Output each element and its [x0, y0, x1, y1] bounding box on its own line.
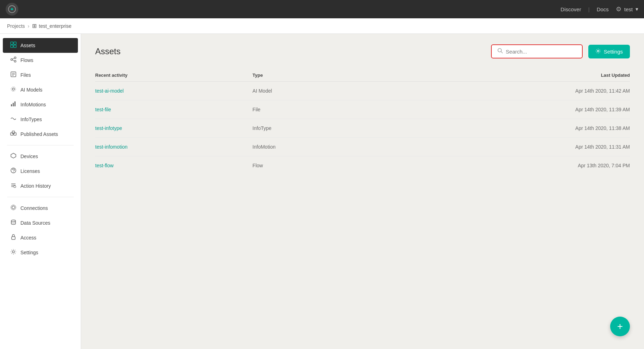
user-dropdown-icon: ▾	[636, 6, 638, 12]
search-icon	[497, 48, 503, 55]
breadcrumb-projects[interactable]: Projects	[7, 23, 25, 29]
svg-point-31	[11, 220, 16, 222]
svg-rect-16	[11, 104, 12, 106]
sidebar-label-files: Files	[20, 72, 31, 78]
user-name: test	[624, 6, 633, 12]
asset-name[interactable]: test-flow	[95, 156, 252, 175]
svg-point-30	[11, 205, 16, 210]
sidebar-item-connections[interactable]: Connections	[3, 201, 78, 216]
sidebar-item-action-history[interactable]: Action History	[3, 179, 78, 193]
user-menu[interactable]: ⚙ test ▾	[616, 5, 638, 13]
infomotions-icon	[10, 101, 17, 108]
asset-name[interactable]: test-file	[95, 100, 252, 119]
svg-rect-4	[14, 45, 16, 48]
svg-point-29	[12, 206, 15, 209]
sidebar-label-infomotions: InfoMotions	[20, 102, 46, 107]
breadcrumb-project-name[interactable]: test_enterprise	[39, 23, 72, 29]
svg-line-35	[501, 52, 502, 53]
sidebar-label-assets: Assets	[20, 43, 35, 48]
settings-sidebar-icon	[10, 249, 17, 256]
docs-link[interactable]: Docs	[597, 6, 609, 12]
assets-icon	[10, 42, 17, 49]
sidebar-label-licenses: Licenses	[20, 168, 40, 174]
sidebar-label-access: Access	[20, 235, 36, 241]
sidebar-label-action-history: Action History	[20, 183, 51, 189]
asset-type: AI Model	[252, 82, 364, 100]
asset-updated: Apr 14th 2020, 11:38 AM	[364, 119, 630, 138]
sidebar-label-published-assets: Published Assets	[20, 131, 58, 137]
settings-button-label: Settings	[604, 49, 623, 55]
table-row: test-flowFlowApr 13th 2020, 7:04 PM	[95, 156, 630, 175]
sidebar-item-published-assets[interactable]: Published Assets	[3, 127, 78, 142]
sidebar-item-infotypes[interactable]: InfoTypes	[3, 112, 78, 127]
sidebar-item-infomotions[interactable]: InfoMotions	[3, 97, 78, 112]
search-input[interactable]	[506, 49, 576, 55]
asset-updated: Apr 14th 2020, 11:31 AM	[364, 138, 630, 156]
asset-name[interactable]: test-ai-model	[95, 82, 252, 100]
ai-models-icon	[10, 86, 17, 94]
asset-type: Flow	[252, 156, 364, 175]
svg-point-24	[13, 172, 14, 173]
infotypes-icon	[10, 116, 17, 123]
sidebar-item-licenses[interactable]: Licenses	[3, 164, 78, 179]
svg-rect-32	[12, 237, 15, 239]
svg-rect-21	[12, 131, 15, 133]
licenses-icon	[10, 167, 17, 175]
asset-name[interactable]: test-infomotion	[95, 138, 252, 156]
asset-type: InfoMotion	[252, 138, 364, 156]
sidebar-divider-2	[7, 197, 74, 197]
settings-button[interactable]: Settings	[588, 45, 630, 58]
sidebar-item-data-sources[interactable]: Data Sources	[3, 216, 78, 230]
svg-rect-20	[14, 133, 16, 135]
asset-name[interactable]: test-infotype	[95, 119, 252, 138]
breadcrumb-sep: ›	[28, 23, 30, 29]
svg-rect-19	[11, 133, 13, 135]
main-layout: Assets Flows	[0, 34, 644, 349]
svg-point-5	[11, 59, 13, 61]
header-actions: Settings	[491, 44, 630, 58]
project-icon: ⊞	[32, 23, 37, 29]
svg-line-9	[13, 60, 14, 61]
table-row: test-ai-modelAI ModelApr 14th 2020, 11:4…	[95, 82, 630, 100]
sidebar-item-assets[interactable]: Assets	[3, 38, 78, 53]
search-box[interactable]	[491, 44, 583, 58]
asset-type: File	[252, 100, 364, 119]
sidebar-label-data-sources: Data Sources	[20, 220, 50, 226]
sidebar-item-devices[interactable]: Devices	[3, 149, 78, 164]
svg-point-36	[597, 50, 599, 52]
svg-line-8	[13, 58, 14, 59]
sidebar-item-settings[interactable]: Settings	[3, 245, 78, 260]
col-last-updated: Last Updated	[364, 69, 630, 82]
sidebar-item-files[interactable]: Files	[3, 68, 78, 82]
breadcrumb: Projects › ⊞ test_enterprise	[0, 18, 644, 34]
sidebar-item-ai-models[interactable]: AI Models	[3, 82, 78, 97]
discover-link[interactable]: Discover	[560, 6, 581, 12]
content-area: Assets	[81, 34, 644, 349]
user-gear-icon: ⚙	[616, 5, 621, 13]
svg-point-15	[11, 87, 16, 92]
connections-icon	[10, 204, 17, 212]
page-title: Assets	[95, 46, 121, 56]
table-row: test-infotypeInfoTypeApr 14th 2020, 11:3…	[95, 119, 630, 138]
sidebar-item-flows[interactable]: Flows	[3, 53, 78, 68]
sidebar-divider-1	[7, 145, 74, 145]
table-row: test-fileFileApr 14th 2020, 11:39 AM	[95, 100, 630, 119]
app-logo[interactable]	[6, 3, 18, 15]
topnav-right: Discover | Docs ⚙ test ▾	[560, 5, 638, 13]
svg-point-28	[14, 186, 16, 188]
topnav: Discover | Docs ⚙ test ▾	[0, 0, 644, 18]
files-icon	[10, 71, 17, 79]
svg-marker-22	[11, 153, 16, 158]
svg-point-6	[14, 57, 16, 59]
sidebar-label-flows: Flows	[20, 57, 33, 63]
add-asset-button[interactable]: +	[610, 317, 630, 336]
svg-rect-18	[14, 101, 16, 106]
flows-icon	[10, 56, 17, 64]
svg-rect-17	[13, 103, 14, 106]
sidebar-item-access[interactable]: Access	[3, 230, 78, 245]
sidebar-label-infotypes: InfoTypes	[20, 117, 42, 122]
asset-updated: Apr 13th 2020, 7:04 PM	[364, 156, 630, 175]
nav-divider: |	[588, 6, 590, 12]
col-type: Type	[252, 69, 364, 82]
access-icon	[10, 234, 17, 242]
